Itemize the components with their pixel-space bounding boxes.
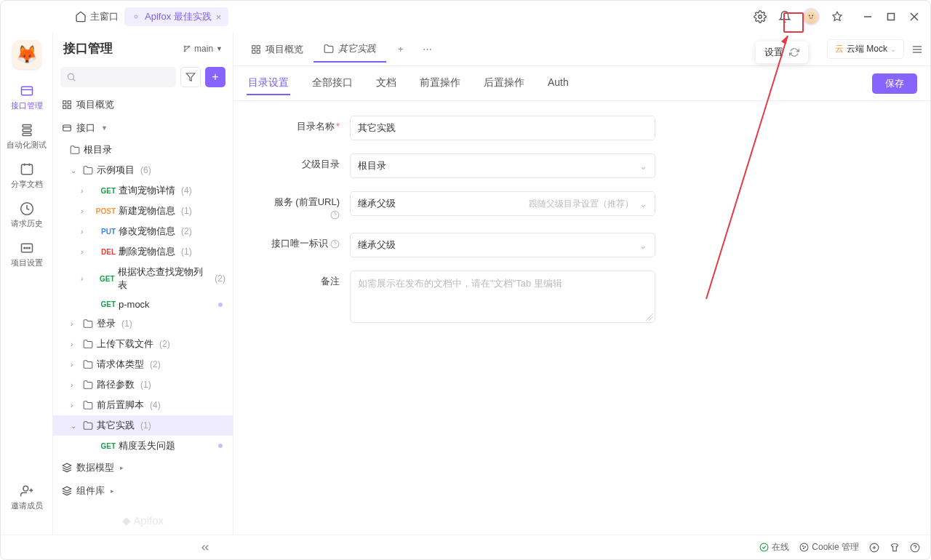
rail-item-3[interactable]: 请求历史 — [4, 196, 49, 235]
service-select[interactable]: 继承父级跟随父级目录设置（推荐）⌄ — [350, 191, 655, 216]
uid-select[interactable]: 继承父级⌄ — [350, 233, 655, 257]
collapse-button[interactable] — [10, 542, 211, 553]
window-close[interactable] — [907, 9, 922, 24]
sub-tab-3[interactable]: 前置操作 — [418, 72, 462, 95]
tree-components[interactable]: 组件库 ▸ — [53, 479, 233, 503]
tree-data-model[interactable]: 数据模型 ▸ — [53, 456, 233, 479]
window-maximize[interactable] — [884, 9, 898, 24]
status-help-button[interactable] — [910, 543, 920, 553]
titlebar-tab[interactable]: Apifox 最佳实践 × — [124, 7, 228, 26]
sub-tab-4[interactable]: 后置操作 — [482, 72, 526, 95]
help-icon[interactable] — [330, 210, 340, 220]
tree-item-9[interactable]: ›请求体类型(2) — [53, 354, 233, 375]
search-input[interactable] — [60, 67, 176, 87]
rail-item-4[interactable]: 项目设置 — [4, 235, 49, 274]
required-mark: * — [336, 121, 340, 132]
svg-rect-15 — [23, 133, 31, 135]
tab-add-button[interactable]: + — [388, 44, 414, 55]
rail-invite[interactable]: 邀请成员 — [1, 478, 52, 517]
settings-button[interactable] — [753, 9, 767, 24]
svg-point-51 — [800, 543, 808, 551]
tree-item-13[interactable]: GET精度丢失问题 — [53, 436, 233, 456]
tree-item-11[interactable]: ›前后置脚本(4) — [53, 395, 233, 415]
chevron-icon: ⌄ — [71, 422, 79, 430]
tree-item-3[interactable]: ›PUT修改宠物信息(2) — [53, 221, 233, 241]
svg-rect-8 — [888, 14, 895, 20]
user-avatar[interactable] — [802, 8, 820, 25]
folder-icon — [82, 400, 94, 410]
service-hint: 跟随父级目录设置（推荐） — [529, 198, 634, 210]
home-label: 主窗口 — [90, 10, 119, 23]
parent-select[interactable]: 根目录⌄ — [350, 153, 655, 178]
tree-root-folder[interactable]: 根目录 — [53, 140, 233, 160]
app-logo[interactable]: 🦊 — [12, 40, 41, 69]
sub-tab-2[interactable]: 文档 — [375, 72, 398, 95]
tree-overview[interactable]: 项目概览 — [53, 93, 233, 116]
chevron-icon: › — [81, 275, 89, 283]
tree-item-1[interactable]: ›GET查询宠物详情(4) — [53, 180, 233, 201]
add-button[interactable]: + — [205, 67, 225, 87]
tree-data-model-label: 数据模型 — [76, 461, 114, 474]
name-input[interactable]: 其它实践 — [350, 116, 655, 140]
resize-handle-icon[interactable] — [646, 313, 653, 321]
sub-tab-5[interactable]: Auth — [546, 72, 570, 95]
tree-item-label: 查询宠物详情 — [119, 184, 175, 197]
tree-count: (2) — [181, 226, 192, 236]
sub-tab-0[interactable]: 目录设置 — [247, 72, 290, 95]
tree-item-label: 精度丢失问题 — [119, 439, 175, 452]
save-button[interactable]: 保存 — [872, 73, 917, 94]
cookie-label: Cookie 管理 — [812, 541, 859, 553]
tree-components-label: 组件库 — [76, 484, 105, 497]
uid-label: 接口唯一标识 — [271, 238, 328, 249]
uid-value: 继承父级 — [358, 239, 396, 252]
tree-item-label: 请求体类型 — [97, 358, 144, 371]
cloud-mock-button[interactable]: 云 云端 Mock ⌄ — [827, 39, 904, 59]
status-add-button[interactable] — [869, 543, 879, 553]
filter-button[interactable] — [180, 67, 201, 87]
hamburger-button[interactable] — [911, 44, 923, 55]
home-window-button[interactable]: 主窗口 — [75, 10, 119, 23]
tree-item-label: 其它实践 — [97, 419, 135, 432]
svg-point-52 — [803, 545, 804, 546]
tree-item-2[interactable]: ›POST新建宠物信息(1) — [53, 201, 233, 221]
tab-more-button[interactable]: ⋯ — [415, 44, 439, 55]
tree-api-root[interactable]: 接口 ▼ — [53, 116, 233, 140]
tree-item-6[interactable]: GETp-mock — [53, 295, 233, 313]
tree-item-8[interactable]: ›上传下载文件(2) — [53, 334, 233, 354]
tree-item-10[interactable]: ›路径参数(1) — [53, 375, 233, 395]
tree-item-12[interactable]: ⌄其它实践(1) — [53, 415, 233, 436]
tree-item-7[interactable]: ›登录(1) — [53, 313, 233, 334]
filter-icon — [185, 72, 196, 82]
rail-item-0[interactable]: 接口管理 — [4, 78, 49, 117]
help-icon[interactable] — [330, 239, 340, 249]
tree-item-5[interactable]: ›GET根据状态查找宠物列表(2) — [53, 262, 233, 295]
maximize-icon — [887, 12, 895, 21]
svg-point-26 — [184, 50, 185, 52]
status-tshirt-button[interactable] — [890, 543, 900, 553]
tree-item-4[interactable]: ›DEL删除宠物信息(1) — [53, 241, 233, 262]
notes-textarea[interactable]: 如需展示在发布的文档中，请在"文档"Tab 里编辑 — [350, 271, 655, 323]
status-online[interactable]: 在线 — [759, 541, 789, 553]
main-tab-1[interactable]: 其它实践 — [313, 36, 386, 63]
help-circle-icon — [910, 543, 920, 553]
branch-selector[interactable]: main ▼ — [183, 44, 223, 54]
rail-item-1[interactable]: 自动化测试 — [4, 117, 49, 156]
tab-close-icon[interactable]: × — [216, 12, 222, 23]
notes-placeholder: 如需展示在发布的文档中，请在"文档"Tab 里编辑 — [358, 278, 562, 289]
cookie-manage-button[interactable]: Cookie 管理 — [799, 541, 859, 553]
status-dot — [218, 303, 223, 307]
main-tab-0[interactable]: 项目概览 — [241, 36, 313, 63]
titlebar: 主窗口 Apifox 最佳实践 × — [1, 1, 930, 33]
notifications-button[interactable] — [778, 9, 792, 24]
window-minimize[interactable] — [860, 9, 875, 24]
sub-tab-1[interactable]: 全部接口 — [311, 72, 354, 95]
chevron-icon: › — [81, 248, 89, 256]
chevron-down-icon: ⌄ — [639, 199, 647, 209]
svg-point-4 — [807, 12, 815, 20]
tree-item-0[interactable]: ⌄示例项目(6) — [53, 160, 233, 180]
statusbar: 在线 Cookie 管理 — [1, 535, 930, 559]
pin-button[interactable] — [830, 9, 844, 24]
tree-count: (4) — [150, 400, 161, 410]
rail-item-label: 请求历史 — [11, 218, 43, 229]
rail-item-2[interactable]: 分享文档 — [4, 156, 49, 196]
